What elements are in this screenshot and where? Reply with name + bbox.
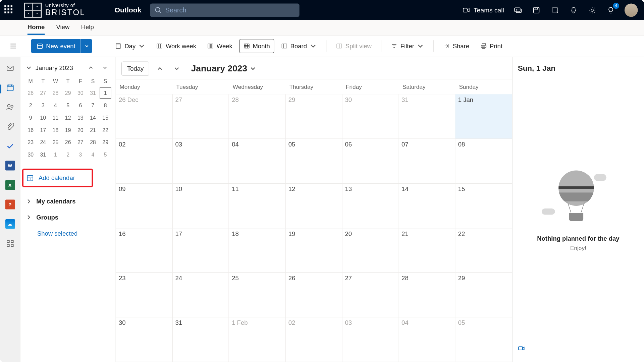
mini-day[interactable]: 9: [25, 112, 37, 123]
onedrive-icon[interactable]: ☁: [5, 219, 15, 229]
day-cell[interactable]: 08: [455, 139, 512, 183]
mini-day[interactable]: 2: [25, 100, 37, 111]
add-calendar-button[interactable]: Add calendar: [23, 170, 92, 186]
day-cell[interactable]: 19: [286, 228, 342, 273]
mini-day[interactable]: 27: [75, 137, 87, 148]
tab-home[interactable]: Home: [28, 20, 45, 35]
mini-day[interactable]: 20: [75, 124, 87, 136]
day-cell[interactable]: 09: [116, 184, 173, 228]
teams-call-button[interactable]: Teams call: [462, 6, 504, 14]
day-cell[interactable]: 1 Jan: [455, 94, 512, 139]
mini-day[interactable]: 3: [75, 149, 87, 161]
day-cell[interactable]: 02: [116, 139, 173, 183]
note-icon[interactable]: [550, 5, 560, 15]
calendar-icon[interactable]: [5, 83, 15, 93]
mini-day[interactable]: 4: [50, 100, 61, 111]
new-event-button[interactable]: New event: [31, 39, 80, 53]
files-icon[interactable]: [5, 122, 15, 131]
board-view-button[interactable]: Board: [277, 39, 321, 53]
day-cell[interactable]: 05: [455, 317, 512, 362]
day-cell[interactable]: 21: [399, 228, 455, 273]
mini-day[interactable]: 31: [87, 87, 99, 99]
next-month-button[interactable]: [171, 62, 183, 75]
mini-day[interactable]: 17: [37, 124, 49, 136]
hamburger-button[interactable]: [6, 39, 20, 53]
day-cell[interactable]: 29: [455, 273, 512, 317]
today-button[interactable]: Today: [121, 61, 150, 75]
day-cell[interactable]: 14: [399, 184, 455, 228]
day-cell[interactable]: 25: [229, 273, 286, 317]
day-cell[interactable]: 06: [342, 139, 399, 183]
day-cell[interactable]: 23: [116, 273, 173, 317]
mini-day[interactable]: 26: [62, 137, 74, 148]
my-calendars-section[interactable]: My calendars: [23, 193, 113, 209]
day-cell[interactable]: 29: [286, 94, 342, 139]
day-view-button[interactable]: Day: [111, 39, 149, 53]
search-field[interactable]: [165, 6, 295, 13]
groups-section[interactable]: Groups: [23, 209, 113, 226]
day-cell[interactable]: 26 Dec: [116, 94, 173, 139]
mini-day[interactable]: 28: [50, 87, 61, 99]
new-event-dropdown[interactable]: [81, 39, 92, 53]
day-cell[interactable]: 31: [399, 94, 455, 139]
calendar-title[interactable]: January 2023: [191, 63, 256, 73]
mini-day[interactable]: 12: [62, 112, 74, 123]
conversations-icon[interactable]: [513, 5, 523, 15]
mini-day[interactable]: 25: [50, 137, 61, 148]
day-cell[interactable]: 18: [229, 228, 286, 273]
mini-day[interactable]: 23: [25, 137, 37, 148]
day-cell[interactable]: 05: [286, 139, 342, 183]
day-cell[interactable]: 20: [342, 228, 399, 273]
org-logo[interactable]: University of BRISTOL: [24, 2, 85, 17]
mini-day[interactable]: 5: [100, 149, 111, 161]
avatar[interactable]: [625, 3, 638, 17]
day-cell[interactable]: 28: [229, 94, 286, 139]
day-cell[interactable]: 10: [173, 184, 229, 228]
day-cell[interactable]: 02: [286, 317, 342, 362]
day-cell[interactable]: 04: [399, 317, 455, 362]
day-cell[interactable]: 30: [116, 317, 173, 362]
excel-icon[interactable]: X: [5, 180, 15, 190]
mini-day[interactable]: 21: [87, 124, 99, 136]
day-cell[interactable]: 26: [286, 273, 342, 317]
mini-day[interactable]: 2: [62, 149, 74, 161]
word-icon[interactable]: W: [5, 161, 15, 170]
meet-now-icon[interactable]: [532, 5, 541, 15]
mini-day[interactable]: 31: [37, 149, 49, 161]
day-cell[interactable]: 11: [229, 184, 286, 228]
mini-day[interactable]: 14: [87, 112, 99, 123]
day-cell[interactable]: 27: [173, 94, 229, 139]
day-cell[interactable]: 07: [399, 139, 455, 183]
mini-day[interactable]: 15: [100, 112, 111, 123]
mini-day[interactable]: 4: [87, 149, 99, 161]
mini-day[interactable]: 30: [75, 87, 87, 99]
mini-cal-next[interactable]: [100, 62, 110, 73]
day-cell[interactable]: 28: [399, 273, 455, 317]
day-cell[interactable]: 12: [286, 184, 342, 228]
mini-day[interactable]: 18: [50, 124, 61, 136]
more-apps-icon[interactable]: [5, 239, 15, 248]
day-cell[interactable]: 03: [173, 139, 229, 183]
mini-day[interactable]: 29: [62, 87, 74, 99]
search-input[interactable]: [150, 3, 300, 17]
mini-day[interactable]: 16: [25, 124, 37, 136]
mini-day[interactable]: 24: [37, 137, 49, 148]
mini-day[interactable]: 30: [25, 149, 37, 161]
week-view-button[interactable]: Week: [203, 39, 236, 53]
day-cell[interactable]: 04: [229, 139, 286, 183]
day-cell[interactable]: 31: [173, 317, 229, 362]
mini-cal-prev[interactable]: [86, 62, 96, 73]
mini-day[interactable]: 26: [25, 87, 37, 99]
app-launcher-icon[interactable]: [4, 5, 14, 15]
day-cell[interactable]: 1 Feb: [229, 317, 286, 362]
chevron-down-icon[interactable]: [26, 65, 32, 71]
tab-help[interactable]: Help: [81, 20, 94, 35]
mini-day[interactable]: 11: [50, 112, 61, 123]
prev-month-button[interactable]: [154, 62, 166, 75]
print-button[interactable]: Print: [476, 39, 506, 53]
meeting-camera-icon[interactable]: [518, 344, 526, 352]
mini-day[interactable]: 1: [100, 87, 111, 99]
settings-icon[interactable]: [587, 5, 597, 15]
bell-icon[interactable]: [569, 5, 579, 15]
mail-icon[interactable]: [5, 63, 15, 73]
